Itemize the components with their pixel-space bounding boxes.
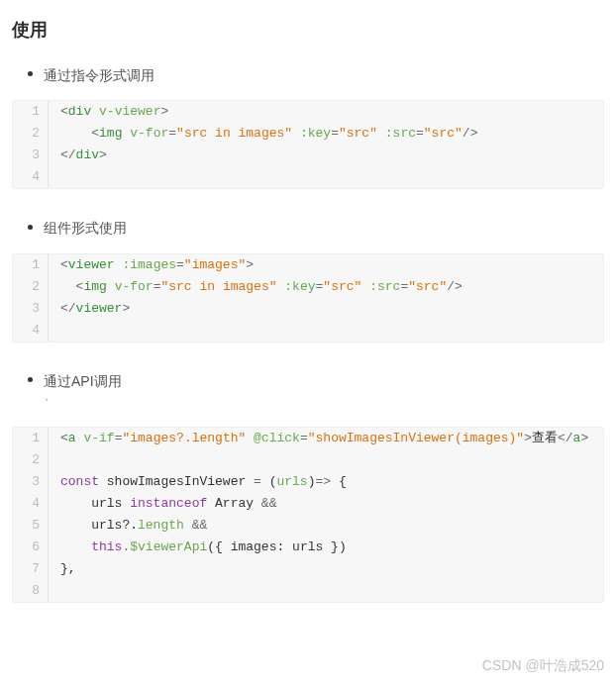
code-line: 4	[13, 320, 603, 342]
bullet-api: 通过API调用	[12, 370, 604, 392]
code-line: 2	[13, 449, 603, 471]
line-number: 1	[13, 428, 49, 449]
code-block-directive: 1 <div v-viewer> 2 <img v-for="src in im…	[12, 100, 604, 189]
bullet-directive: 通过指令形式调用	[12, 64, 604, 86]
line-number: 7	[13, 558, 49, 580]
code-line: 5 urls?.length &&	[13, 515, 603, 537]
backtick-stub: `	[12, 396, 604, 415]
line-number: 3	[13, 145, 49, 166]
code-line: 4 urls instanceof Array &&	[13, 493, 603, 515]
code-line: 3 </div>	[13, 145, 603, 166]
line-number: 2	[13, 449, 49, 471]
line-number: 8	[13, 580, 49, 602]
code-line: 1 <a v-if="images?.length" @click="showI…	[13, 428, 603, 449]
code-line: 7 },	[13, 558, 603, 580]
code-line: 2 <img v-for="src in images" :key="src" …	[13, 276, 603, 298]
code-line: 3 </viewer>	[13, 298, 603, 320]
bullet-component: 组件形式使用	[12, 217, 604, 239]
line-number: 4	[13, 320, 49, 342]
line-number: 6	[13, 537, 49, 558]
code-block-component: 1 <viewer :images="images"> 2 <img v-for…	[12, 253, 604, 343]
code-line: 8	[13, 580, 603, 602]
line-number: 2	[13, 123, 49, 145]
code-line: 2 <img v-for="src in images" :key="src" …	[13, 123, 603, 145]
line-number: 2	[13, 276, 49, 298]
line-number: 5	[13, 515, 49, 537]
page-title: 使用	[12, 16, 604, 45]
code-line: 4	[13, 166, 603, 188]
line-number: 4	[13, 493, 49, 515]
line-number: 4	[13, 166, 49, 188]
line-number: 3	[13, 471, 49, 493]
line-number: 1	[13, 101, 49, 123]
code-line: 1 <viewer :images="images">	[13, 254, 603, 276]
code-line: 3 const showImagesInViewer = (urls)=> {	[13, 471, 603, 493]
code-block-api: 1 <a v-if="images?.length" @click="showI…	[12, 427, 604, 603]
code-line: 6 this.$viewerApi({ images: urls })	[13, 537, 603, 558]
code-line: 1 <div v-viewer>	[13, 101, 603, 123]
line-number: 1	[13, 254, 49, 276]
line-number: 3	[13, 298, 49, 320]
